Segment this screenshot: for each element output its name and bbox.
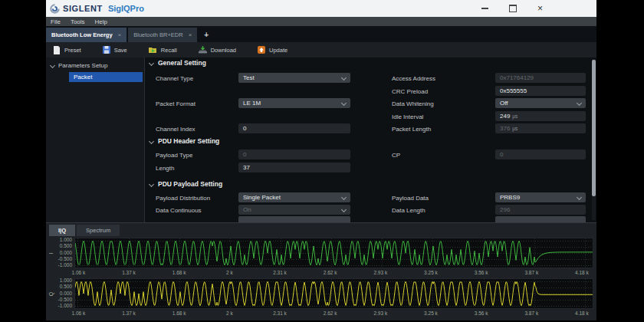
- field-label: Idle Interval: [392, 113, 423, 120]
- menu-item-tools[interactable]: Tools: [71, 18, 85, 25]
- preset-label: Preset: [64, 47, 81, 54]
- y-tick-label: -0.500: [58, 256, 72, 261]
- y-tick-label: 0.000: [60, 250, 72, 255]
- tab-label: Bluetooth BR+EDR: [133, 31, 182, 38]
- x-tick-label: 3.56 k: [475, 310, 488, 316]
- idle-interval-input[interactable]: 249 μs: [495, 111, 586, 121]
- chevron-down-icon: [341, 100, 347, 106]
- close-icon[interactable]: ×: [537, 5, 543, 12]
- channel-type-dropdown[interactable]: Test: [238, 73, 350, 83]
- app-name: SigIQPro: [108, 4, 144, 13]
- y-tick-label: -1.000: [58, 303, 72, 308]
- waveform-tab-strip: I|Q Spectrum: [46, 223, 596, 236]
- length-input[interactable]: 37: [238, 163, 350, 172]
- field-label: CRC Preload: [392, 88, 428, 95]
- y-tick-label: 0.500: [60, 243, 72, 248]
- data-whitening-dropdown[interactable]: Off: [495, 98, 586, 108]
- add-tab-button[interactable]: +: [204, 31, 209, 42]
- chevron-down-icon: [149, 138, 154, 143]
- x-tick-label: 1.37 k: [122, 270, 136, 275]
- download-button[interactable]: Download: [199, 46, 236, 54]
- window-controls: ×: [481, 0, 543, 17]
- tab-spectrum[interactable]: Spectrum: [77, 225, 120, 236]
- section-header-general-setting[interactable]: General Setting: [150, 59, 206, 67]
- chevron-down-icon: [577, 100, 582, 106]
- x-tick-label: 2.93 k: [373, 270, 387, 275]
- x-tick-label: 1.68 k: [172, 270, 186, 275]
- x-tick-label: 3.87 k: [524, 310, 538, 316]
- chevron-down-icon: [341, 195, 347, 200]
- data-continuous-dropdown: On: [238, 205, 350, 215]
- data-length-input: 296: [495, 205, 586, 215]
- dropdown-value: PRBS9: [500, 194, 520, 201]
- tab-bluetooth-low-energy[interactable]: Bluetooth Low Energy ×: [46, 28, 127, 42]
- menu-item-file[interactable]: File: [51, 18, 61, 25]
- clipped-field[interactable]: [495, 216, 586, 222]
- chevron-down-icon: [341, 75, 347, 80]
- i-axis-label: I: [48, 238, 54, 268]
- dropdown-value: Test: [243, 74, 255, 81]
- y-tick-label: -0.500: [58, 297, 72, 302]
- save-button[interactable]: Save: [103, 46, 127, 54]
- packet-format-dropdown[interactable]: LE 1M: [238, 98, 350, 108]
- field-label: Packet Format: [156, 100, 196, 107]
- field-label: Payload Distribution: [156, 195, 210, 202]
- x-tick-label: 2 k: [226, 270, 233, 275]
- x-tick-label: 1.06 k: [71, 310, 85, 316]
- waveform-panel: I|Q Spectrum I 1.0000.5000.000-0.500-1.0…: [46, 222, 596, 320]
- x-tick-label: 3.25 k: [424, 310, 438, 316]
- tab-label: Bluetooth Low Energy: [51, 31, 113, 38]
- input-value: 296: [500, 206, 510, 213]
- minimize-icon[interactable]: [481, 8, 488, 9]
- x-axis-labels: 1.06 k1.37 k1.68 k2 k2.31 k2.62 k2.93 k3…: [76, 309, 590, 317]
- section-header-pdu-payload-setting[interactable]: PDU Payload Setting: [150, 180, 222, 188]
- clipped-field[interactable]: [238, 216, 350, 222]
- recall-button[interactable]: Recall: [149, 46, 177, 54]
- save-label: Save: [114, 47, 127, 54]
- channel-index-input[interactable]: 0: [238, 123, 350, 133]
- x-tick-label: 3.87 k: [524, 270, 538, 275]
- tab-close-icon[interactable]: ×: [118, 31, 122, 38]
- section-title: PDU Header Setting: [158, 137, 219, 145]
- cp-input: 0: [495, 150, 586, 159]
- tab-bluetooth-br-edr[interactable]: Bluetooth BR+EDR ×: [128, 28, 197, 42]
- dropdown-value: Off: [500, 100, 508, 107]
- section-header-pdu-header-setting[interactable]: PDU Header Setting: [150, 137, 219, 145]
- vertical-scrollbar[interactable]: [592, 59, 596, 220]
- i-waveform-chart: I 1.0000.5000.000-0.500-1.000 1.06 k1.37…: [48, 238, 593, 277]
- x-tick-label: 4.18 k: [575, 270, 589, 275]
- preset-button[interactable]: Preset: [53, 46, 81, 54]
- x-tick-label: 3.25 k: [424, 270, 438, 275]
- tree-root-parameters-setup[interactable]: Parameters Setup: [46, 58, 144, 69]
- download-label: Download: [211, 47, 236, 54]
- update-button[interactable]: Update: [258, 46, 288, 54]
- y-tick-label: 1.000: [60, 237, 72, 242]
- field-label: Packet Length: [392, 126, 431, 133]
- chevron-down-icon: [577, 195, 582, 200]
- q-waveform-chart: Q 1.0000.5000.000-0.500-1.000 1.06 k1.37…: [48, 278, 593, 317]
- y-axis-labels: 1.0000.5000.000-0.500-1.000: [54, 278, 74, 309]
- tab-bar: Bluetooth Low Energy × Bluetooth BR+EDR …: [46, 26, 596, 42]
- payload-data-dropdown[interactable]: PRBS9: [495, 192, 586, 202]
- tab-iq[interactable]: I|Q: [49, 225, 75, 236]
- tree-item-packet[interactable]: Packet: [69, 72, 143, 82]
- x-axis-labels: 1.06 k1.37 k1.68 k2 k2.31 k2.62 k2.93 k3…: [76, 268, 590, 277]
- floppy-icon: [103, 46, 110, 54]
- tab-close-icon[interactable]: ×: [189, 31, 192, 38]
- siglent-logo-icon: [50, 4, 60, 14]
- update-label: Update: [269, 47, 288, 54]
- x-tick-label: 2 k: [226, 310, 233, 316]
- input-value: 0x71764129: [500, 74, 534, 81]
- maximize-icon[interactable]: [509, 5, 517, 12]
- input-value: 0: [243, 125, 246, 132]
- x-tick-label: 2.93 k: [373, 310, 387, 316]
- scrollbar-thumb[interactable]: [592, 60, 596, 196]
- payload-distribution-dropdown[interactable]: Single Packet: [238, 192, 350, 202]
- menu-item-help[interactable]: Help: [95, 18, 107, 25]
- input-value: 0: [243, 151, 246, 158]
- update-icon: [258, 46, 265, 54]
- x-tick-label: 2.62 k: [324, 310, 337, 316]
- field-label: Access Address: [392, 75, 435, 82]
- chevron-down-icon: [341, 207, 347, 212]
- crc-preload-input[interactable]: 0x555555: [495, 86, 586, 96]
